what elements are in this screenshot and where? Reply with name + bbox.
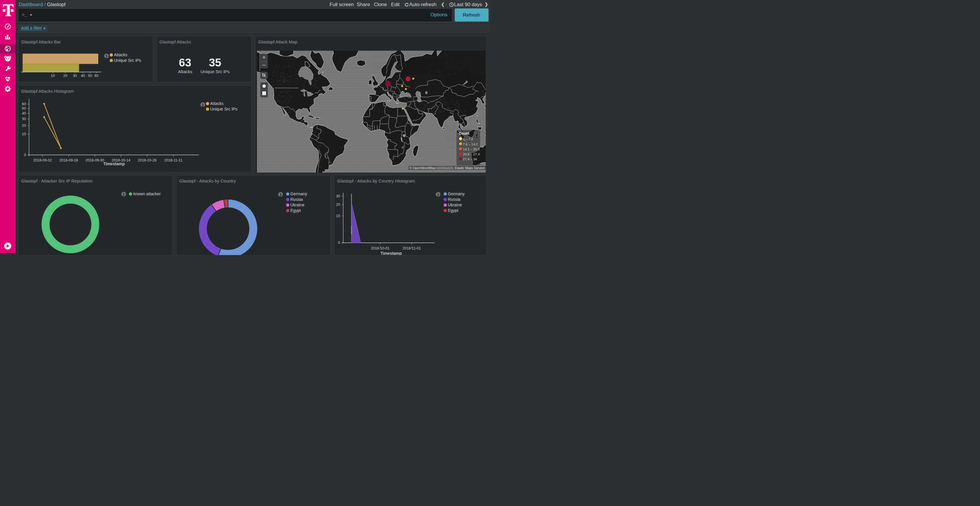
svg-text:2018-09-30: 2018-09-30: [86, 158, 104, 162]
svg-text:40: 40: [81, 74, 85, 78]
svg-text:60: 60: [22, 102, 26, 106]
svg-text:2018-11-11: 2018-11-11: [164, 158, 182, 162]
svg-text:60: 60: [94, 74, 98, 78]
svg-text:Timestamp: Timestamp: [380, 251, 402, 253]
svg-text:0: 0: [24, 153, 26, 157]
svg-text:2018-09-02: 2018-09-02: [33, 158, 52, 162]
svg-text:50: 50: [22, 106, 26, 111]
svg-text:20: 20: [63, 74, 67, 78]
svg-text:2018-10-28: 2018-10-28: [138, 158, 156, 162]
svg-text:10: 10: [22, 132, 26, 136]
svg-text:2018-10-01: 2018-10-01: [371, 246, 390, 251]
svg-text:50: 50: [88, 74, 92, 78]
svg-text:0: 0: [338, 241, 340, 245]
svg-text:10: 10: [51, 74, 54, 78]
svg-text:2018-11-01: 2018-11-01: [402, 246, 421, 251]
svg-text:20: 20: [336, 203, 340, 207]
svg-text:2018-09-16: 2018-09-16: [59, 158, 78, 162]
svg-text:30: 30: [336, 194, 340, 198]
svg-text:30: 30: [22, 117, 26, 121]
svg-text:30: 30: [73, 74, 77, 78]
svg-text:20: 20: [22, 124, 26, 128]
svg-text:Timestamp: Timestamp: [103, 162, 125, 166]
svg-text:10: 10: [336, 214, 340, 218]
svg-text:40: 40: [22, 111, 26, 116]
